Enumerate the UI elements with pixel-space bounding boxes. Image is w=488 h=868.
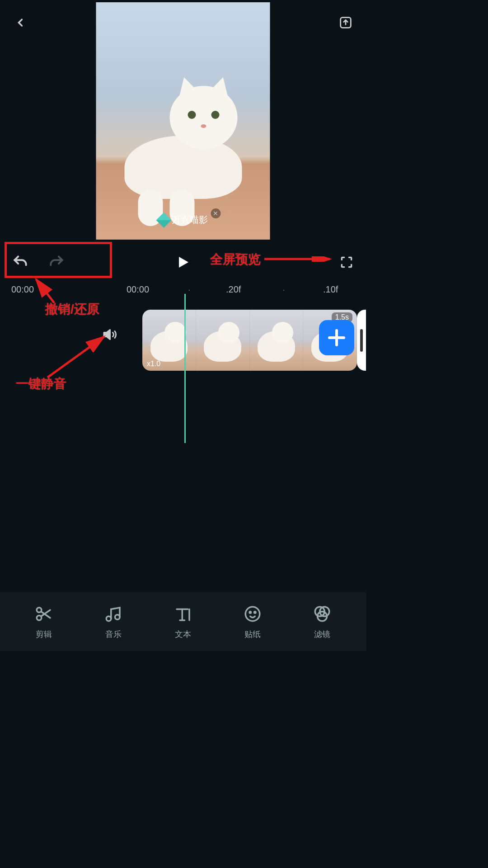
sticker-icon: [242, 604, 263, 624]
scissors-icon: [33, 604, 54, 624]
watermark-text: 万兴喵影: [172, 214, 208, 226]
watermark-logo-icon: [156, 212, 171, 228]
timeline-ruler: 00:00 00:00 · .20f · .10f: [0, 280, 366, 298]
tab-label: 剪辑: [36, 629, 52, 640]
back-button[interactable]: [11, 14, 29, 32]
svg-point-7: [254, 612, 256, 613]
time-playhead: 00:00: [127, 284, 149, 295]
frame-marker: .20f: [226, 284, 241, 295]
watermark-close-icon[interactable]: ✕: [211, 208, 221, 218]
svg-point-5: [245, 607, 260, 621]
tab-label: 滤镜: [314, 629, 330, 640]
bottom-toolbar: 剪辑 音乐 文本 贴纸 滤镜: [0, 592, 366, 651]
tab-sticker[interactable]: 贴纸: [242, 604, 263, 640]
preview-content-image: [111, 81, 255, 199]
mute-button[interactable]: [102, 326, 120, 344]
play-button[interactable]: [174, 253, 192, 271]
tab-label: 文本: [175, 629, 191, 640]
svg-point-6: [249, 612, 251, 613]
undo-button[interactable]: [11, 253, 29, 271]
clip-end-handle[interactable]: [357, 310, 366, 371]
watermark: 万兴喵影 ✕: [158, 214, 208, 226]
video-preview[interactable]: 万兴喵影 ✕: [96, 2, 270, 240]
svg-point-3: [106, 616, 111, 621]
tab-edit[interactable]: 剪辑: [33, 604, 54, 640]
playhead-indicator[interactable]: [184, 294, 186, 443]
clip-speed-label: x1.0: [147, 360, 160, 368]
tab-label: 音乐: [105, 629, 122, 640]
text-icon: [173, 604, 193, 624]
tab-music[interactable]: 音乐: [103, 604, 124, 640]
music-icon: [103, 604, 124, 624]
timeline[interactable]: 1.5s x1.0: [0, 303, 366, 448]
export-button[interactable]: [337, 14, 355, 32]
tab-filter[interactable]: 滤镜: [312, 604, 333, 640]
tab-label: 贴纸: [244, 629, 261, 640]
fullscreen-button[interactable]: [338, 254, 355, 270]
tab-text[interactable]: 文本: [173, 604, 193, 640]
filter-icon: [312, 604, 333, 624]
redo-button[interactable]: [47, 253, 66, 271]
svg-point-4: [115, 615, 120, 620]
add-clip-button[interactable]: [319, 320, 354, 355]
frame-marker: .10f: [323, 284, 338, 295]
time-current: 00:00: [11, 284, 34, 295]
